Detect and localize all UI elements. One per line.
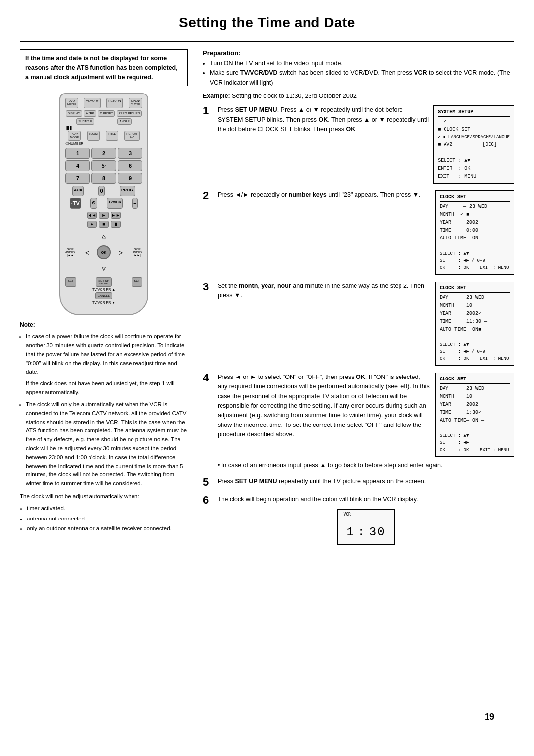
repeat-btn: REPEATA-B (124, 131, 140, 141)
num-aux: AUX (72, 186, 84, 196)
skip-right: SKIP/INDEX ►►| (133, 248, 142, 257)
page-number: 19 (485, 712, 494, 722)
num-5: 5· (91, 160, 116, 171)
num-3: 3 (118, 148, 142, 159)
tape-icon: ▐▌▌ (65, 126, 73, 130)
nav-up-arrow: △ (102, 234, 106, 239)
dvd-menu-btn: DVDMENU (65, 98, 78, 108)
osd-step2: CLOCK SET DAY — 23 WED MONTH ✓ ■ YEAR 20… (435, 190, 514, 275)
angle-btn: ANGLE (117, 118, 131, 125)
prep-bullet-2: Make sure TV/VCR/DVD switch has been sli… (210, 68, 514, 88)
ok-button: OK (97, 245, 111, 259)
step-3-num: 3 (203, 282, 214, 292)
open-close-btn: OPEN/CLOSE (129, 98, 142, 108)
num-7: 7 (65, 173, 90, 184)
stop-btn: ■ (99, 221, 109, 228)
step-5: 5 Press SET UP MENU repeatedly until the… (203, 477, 514, 488)
return-btn: RETURN (106, 98, 123, 108)
set-minus-btn: SET– (65, 277, 76, 287)
osd-step3: CLOCK SET DAY 23 WED MONTH 10 YEAR 2002✓… (435, 282, 514, 366)
osd-step1: SYSTEM SETUP ✓ ■ CLOCK SET ✓ ■ LANGUAGE/… (433, 105, 514, 183)
prep-text: Turn ON the TV and set to the video inpu… (203, 59, 514, 88)
num-1: 1 (65, 148, 90, 159)
ff-btn: ►► (111, 212, 121, 219)
left-column: If the time and date is not be displayed… (20, 49, 188, 552)
step-3-content: Set the month, year, hour and minute in … (218, 282, 514, 366)
subtitle-btn: SUBTITLE (76, 118, 94, 125)
num-2: 2 (91, 148, 116, 159)
rew-btn: ◄◄ (87, 212, 97, 219)
tvvcr-pr-label: TV/VCR PR ▲ (65, 288, 142, 291)
step-1-content: Press SET UP MENU. Press ▲ or ▼ repeated… (218, 105, 514, 183)
title-btn: TITLE (106, 131, 118, 141)
num-4: 4 (65, 160, 90, 171)
clock-bullet-2: antenna not connected. (27, 515, 188, 523)
tv-btn: ·TV (70, 198, 81, 209)
num-6: 6 (118, 160, 142, 171)
intro-box: If the time and date is not be displayed… (20, 49, 188, 86)
set-plus-btn: SET+ (132, 277, 142, 287)
note-item-1: In case of a power failure the clock wil… (26, 332, 188, 377)
num-0: 0 (98, 186, 104, 196)
prep-bullet-1: Turn ON the TV and set to the video inpu… (210, 59, 514, 68)
skip-left: SKIP/INDEX |◄◄ (65, 248, 75, 257)
step-6: 6 The clock will begin operation and the… (203, 495, 514, 545)
note-item-2: If the clock does not have been adjusted… (26, 379, 188, 397)
step-1: 1 Press SET UP MENU. Press ▲ or ▼ repeat… (203, 105, 514, 183)
nav-down-arrow: ▽ (102, 266, 106, 271)
step-4-num: 4 (203, 373, 214, 383)
page-title: Setting the Time and Date (20, 15, 514, 31)
display-btn: DISPLAY (66, 110, 82, 117)
zero-return-btn: ZERO RETURN (117, 110, 142, 117)
nav-right-arrow: ▷ (119, 250, 123, 255)
step-3: 3 Set the month, year, hour and minute i… (203, 282, 514, 366)
number-label: ②NUMBER (65, 142, 142, 146)
cc-btn: ⊙ (90, 198, 97, 209)
step-6-content: The clock will begin operation and the c… (218, 495, 514, 545)
note-label: Note: (20, 321, 35, 328)
step-2-content: Press ◄/► repeatedly or number keys unti… (218, 190, 514, 275)
clock-bullet-3: only an outdoor antenna or a satellite r… (27, 524, 188, 533)
step-5-num: 5 (203, 477, 214, 488)
pause-btn: ⏸ (111, 221, 121, 228)
play-mode-btn: PLAYMODE (68, 131, 81, 141)
osd-step4: CLOCK SET DAY 23 WED MONTH 10 YEAR 2002 … (435, 373, 514, 457)
step-5-content: Press SET UP MENU repeatedly until the T… (218, 477, 514, 486)
nav-pad: △ ◁ OK ▷ ▽ (84, 233, 124, 272)
note-item-3: The clock will only be automatically set… (26, 400, 188, 488)
note-section: Note: In case of a power failure the clo… (20, 320, 188, 533)
rec-btn: ● (87, 221, 97, 228)
intro-text: If the time and date is not be displayed… (25, 55, 178, 81)
tvvcr-pr-bottom: TV/VCR PR ▼ (65, 301, 142, 304)
nav-left-arrow: ◁ (85, 250, 89, 255)
num-9: 9 (118, 173, 142, 184)
step-6-num: 6 (203, 495, 214, 506)
minus-btn: – (132, 198, 138, 209)
play-btn: ► (99, 212, 109, 219)
step-2-num: 2 (203, 190, 214, 201)
remote-control: DVDMENU MEMORY RETURN OPEN/CLOSE DISPLAY… (59, 93, 148, 315)
right-column: Preparation: Turn ON the TV and set to t… (203, 49, 514, 552)
remote-image: DVDMENU MEMORY RETURN OPEN/CLOSE DISPLAY… (20, 93, 188, 315)
step-1-num: 1 (203, 105, 214, 116)
creset-btn: C.RESET (98, 110, 115, 117)
num-8: 8 (91, 173, 116, 184)
atrk-btn: A.TRK (84, 110, 96, 117)
prep-title: Preparation: (203, 49, 514, 57)
memory-btn: MEMORY (84, 98, 101, 108)
zoom-btn: ZOOM (87, 131, 100, 141)
num-prog: PROG. (120, 186, 135, 196)
tvvcr-btn: TV/VCR (107, 198, 123, 209)
example-text: Example: Setting the clock to 11:30, 23r… (203, 93, 514, 99)
clock-bullet-1: timer activated. (27, 504, 188, 513)
setup-menu-btn: SET UPMENU (96, 277, 112, 287)
step-2: 2 Press ◄/► repeatedly or number keys un… (203, 190, 514, 275)
vcr-display: 1 : 30 (343, 522, 388, 542)
clock-note: The clock will not be adjust automatical… (20, 492, 188, 501)
step-4: 4 Press ◄ or ► to select "ON" or "OFF", … (203, 373, 514, 471)
step4-bullet: • In case of an erroneous input press ▲ … (218, 461, 514, 470)
cancel-btn: CANCEL (95, 292, 112, 299)
step-4-content: Press ◄ or ► to select "ON" or "OFF", th… (218, 373, 514, 471)
